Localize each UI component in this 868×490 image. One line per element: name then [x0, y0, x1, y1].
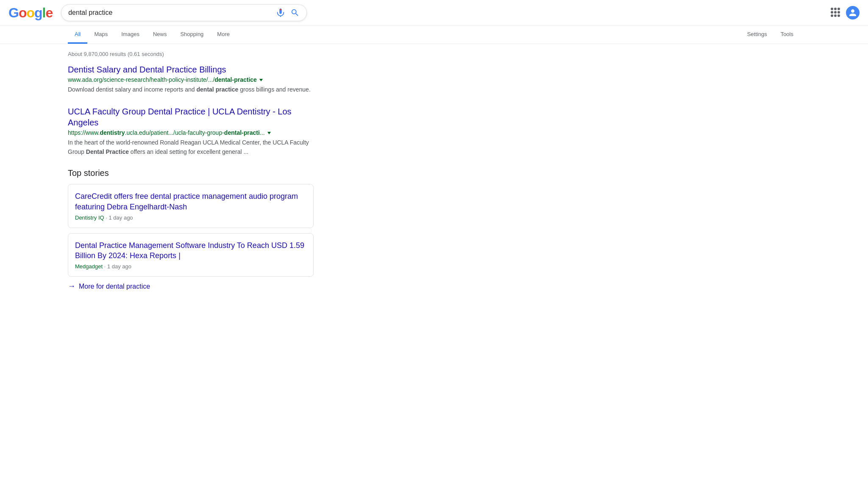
- story-title[interactable]: CareCredit offers free dental practice m…: [75, 191, 306, 212]
- search-input[interactable]: dental practice: [68, 9, 276, 17]
- mic-icon[interactable]: [276, 8, 285, 17]
- logo-letter-g2: g: [34, 5, 42, 20]
- google-logo: Google: [8, 5, 53, 21]
- grid-dot: [837, 8, 840, 10]
- tab-shopping[interactable]: Shopping: [173, 26, 210, 44]
- story-source: Dentistry IQ: [75, 214, 104, 221]
- section-title-top-stories: Top stories: [68, 168, 322, 178]
- tab-images[interactable]: Images: [114, 26, 146, 44]
- story-card[interactable]: CareCredit offers free dental practice m…: [68, 184, 314, 228]
- story-title[interactable]: Dental Practice Management Software Indu…: [75, 240, 306, 261]
- url-dropdown-icon[interactable]: [259, 79, 263, 81]
- apps-icon[interactable]: [831, 8, 841, 18]
- result-url-text: www.ada.org/science-research/health-poli…: [68, 76, 257, 84]
- more-for-label: More for dental practice: [79, 283, 150, 290]
- account-button[interactable]: [846, 6, 860, 19]
- logo-letter-o2: o: [26, 5, 34, 20]
- logo-letter-e: e: [45, 5, 53, 20]
- result-bold-term: dental practice: [197, 86, 239, 93]
- story-time: · 1 day ago: [106, 214, 133, 221]
- search-icon-group: [276, 8, 300, 17]
- grid-dot: [831, 11, 833, 14]
- result-url-bold: dentistry: [100, 129, 125, 136]
- result-title[interactable]: UCLA Faculty Group Dental Practice | UCL…: [68, 107, 292, 127]
- search-bar[interactable]: dental practice: [61, 4, 307, 21]
- result-description: Download dentist salary and income repor…: [68, 85, 322, 95]
- result-bold-term: Dental Practice: [86, 148, 129, 155]
- search-result: UCLA Faculty Group Dental Practice | UCL…: [68, 106, 322, 156]
- logo-letter-o1: o: [19, 5, 27, 20]
- result-url-bold: dental-practice: [214, 76, 257, 83]
- header: Google dental practice: [0, 0, 868, 26]
- nav-tabs: All Maps Images News Shopping More Setti…: [0, 26, 868, 44]
- tab-news[interactable]: News: [146, 26, 174, 44]
- main-content: About 9,870,000 results (0.61 seconds) D…: [0, 44, 322, 296]
- results-count: About 9,870,000 results (0.61 seconds): [68, 49, 322, 57]
- grid-dot: [831, 8, 833, 10]
- grid-dot: [834, 8, 837, 10]
- grid-dot: [834, 11, 837, 14]
- arrow-right-icon: →: [68, 282, 75, 291]
- more-for-link[interactable]: → More for dental practice: [68, 282, 322, 291]
- logo-letter-g: G: [8, 5, 19, 20]
- grid-dot: [837, 14, 840, 17]
- url-dropdown-icon[interactable]: [267, 132, 271, 134]
- result-url-text: https://www.dentistry.ucla.edu/patient..…: [68, 129, 265, 137]
- story-meta: Dentistry IQ · 1 day ago: [75, 214, 306, 221]
- header-right: [822, 6, 860, 19]
- story-source: Medgadget: [75, 263, 103, 270]
- grid-dot: [837, 11, 840, 14]
- tab-more[interactable]: More: [210, 26, 236, 44]
- grid-dot: [834, 14, 837, 17]
- search-icon[interactable]: [290, 8, 300, 17]
- grid-dot: [831, 14, 833, 17]
- svg-point-0: [280, 9, 281, 11]
- search-result: Dentist Salary and Dental Practice Billi…: [68, 64, 322, 94]
- tab-settings[interactable]: Settings: [740, 26, 774, 44]
- nav-right: Settings Tools: [740, 26, 800, 44]
- result-description: In the heart of the world-renowned Ronal…: [68, 138, 322, 156]
- result-url: www.ada.org/science-research/health-poli…: [68, 76, 322, 84]
- story-card[interactable]: Dental Practice Management Software Indu…: [68, 233, 314, 277]
- result-url-bold2: dental-practi: [224, 129, 260, 136]
- story-meta: Medgadget · 1 day ago: [75, 263, 306, 270]
- story-time: · 1 day ago: [104, 263, 131, 270]
- result-url: https://www.dentistry.ucla.edu/patient..…: [68, 129, 322, 137]
- tab-all[interactable]: All: [68, 26, 87, 44]
- account-icon: [849, 8, 857, 17]
- result-title[interactable]: Dentist Salary and Dental Practice Billi…: [68, 65, 226, 74]
- tab-maps[interactable]: Maps: [87, 26, 114, 44]
- tab-tools[interactable]: Tools: [774, 26, 800, 44]
